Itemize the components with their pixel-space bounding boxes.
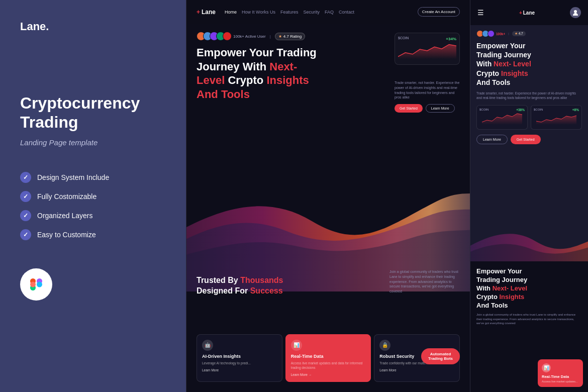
automated-bots-text: AutomatedTrading Bots xyxy=(428,352,453,361)
features-grid: 🤖 AI-Driven Insights Leverage AI technol… xyxy=(197,334,460,382)
divider: | xyxy=(270,34,271,39)
star-icon: ★ xyxy=(515,32,519,35)
mobile-charts: $COIN +38% xyxy=(476,105,582,130)
feature-label: Design System Include xyxy=(37,173,109,181)
figma-icon xyxy=(27,275,45,293)
learn-more-link[interactable]: Learn More xyxy=(202,368,277,372)
check-icon xyxy=(20,172,31,183)
user-avatars xyxy=(197,32,229,41)
security-icon: 🔒 xyxy=(379,340,390,351)
feature-card-realtime: 📊 Real-Time Data Access live market upda… xyxy=(285,334,371,382)
mobile-feature-card: 📊 Real-Time Data Access live market upda… xyxy=(538,359,583,387)
chart-percent: +38% xyxy=(516,108,525,112)
nav-links: Home How It Works Us Features Security F… xyxy=(225,10,414,15)
trusted-title: Trusted By Thousands Designed For Succes… xyxy=(197,275,283,297)
mobile-user-avatars xyxy=(476,30,493,37)
mobile-nav: ☰ + Lane xyxy=(470,0,588,25)
star-icon: ★ xyxy=(278,34,282,39)
list-item: Fully Costomizable xyxy=(20,191,166,202)
hero-title: Empower Your TradingJourney With Next-Le… xyxy=(197,46,317,101)
mobile-get-started-button[interactable]: Get Started xyxy=(511,135,541,144)
nav-link-faq[interactable]: FAQ xyxy=(325,10,334,15)
realtime-icon: 📊 xyxy=(291,340,302,351)
trusted-description: Join a global community of traders who t… xyxy=(389,269,460,294)
svg-point-3 xyxy=(37,281,42,287)
feature-label: Easy to Customize xyxy=(37,231,96,239)
feature-card-ai: 🤖 AI-Driven Insights Leverage AI technol… xyxy=(197,334,282,382)
mobile-second-desc: Join a global community of traders who t… xyxy=(476,313,582,325)
mobile-rating-badge: ★ 4.7 xyxy=(512,31,526,36)
mobile-content: 100k+ | ★ 4.7 Empower YourTrading Journe… xyxy=(470,25,588,154)
figma-logo xyxy=(20,268,52,301)
active-users-badge: 100k+ Active User xyxy=(233,34,266,39)
nav-link-contact[interactable]: Contact xyxy=(339,10,354,15)
main-area: + Lane Home How It Works Us Features Sec… xyxy=(186,0,588,392)
left-panel: Lane. CryptocurrencyTrading Landing Page… xyxy=(0,0,186,392)
hero-badges: 100k+ Active User | ★ 4.7 Rating xyxy=(197,32,460,41)
rating-badge: ★ 4.7 Rating xyxy=(275,33,305,40)
mobile-price-chart xyxy=(479,112,525,125)
learn-more-button[interactable]: Learn More xyxy=(426,104,455,113)
divider: | xyxy=(508,32,509,35)
check-icon xyxy=(20,191,31,202)
trusted-desc: Join a global community of traders who t… xyxy=(389,269,460,294)
automated-bots-badge: AutomatedTrading Bots xyxy=(421,348,460,364)
list-item: Organized Layers xyxy=(20,210,166,221)
mobile-user-avatar[interactable] xyxy=(570,7,581,18)
chart-coin-label: $COIN xyxy=(534,108,543,111)
mobile-buttons: Learn More Get Started xyxy=(476,135,582,144)
realtime-data-icon: 📊 xyxy=(542,363,551,372)
nav-link-home[interactable]: Home xyxy=(225,10,237,15)
hero-section: 100k+ Active User | ★ 4.7 Rating Empower… xyxy=(186,24,470,101)
mobile-price-chart-2 xyxy=(534,112,579,125)
mobile-badges: 100k+ | ★ 4.7 xyxy=(476,30,582,37)
svg-point-5 xyxy=(574,10,577,13)
mobile-hero-title: Empower YourTrading JourneyWith Next- Le… xyxy=(476,41,582,87)
feature-card-desc: Leverage AI technology to predi... xyxy=(202,361,277,365)
get-started-button[interactable]: Get Started xyxy=(395,104,423,113)
mobile-second-section: Empower YourTrading JourneyWith Next- Le… xyxy=(470,261,588,392)
mobile-learn-button[interactable]: Learn More xyxy=(476,135,508,144)
brand-title: Lane. xyxy=(20,20,166,33)
learn-more-link[interactable]: Learn More xyxy=(379,368,454,372)
svg-rect-4 xyxy=(30,281,36,287)
nav-link-security[interactable]: Security xyxy=(303,10,320,15)
list-item: Design System Include xyxy=(20,172,166,183)
user-icon xyxy=(572,10,578,16)
nav-link-how[interactable]: How It Works Us xyxy=(242,10,275,15)
feature-card-desc: Access live market updates and data for … xyxy=(291,361,366,370)
nav-bar: + Lane Home How It Works Us Features Sec… xyxy=(186,0,470,24)
nav-cta-button[interactable]: Create An Account xyxy=(418,7,460,17)
mobile-feature-card-title: Real-Time Data xyxy=(542,374,579,379)
feature-list: Design System Include Fully Costomizable… xyxy=(20,172,166,240)
mobile-logo-dot: + xyxy=(519,10,522,16)
hero-buttons: Get Started Learn More xyxy=(395,104,460,113)
feature-label: Fully Costomizable xyxy=(37,192,96,201)
chart-percent: +8% xyxy=(572,108,579,112)
hamburger-icon[interactable]: ☰ xyxy=(477,9,484,17)
mobile-preview: ☰ + Lane 100k+ | xyxy=(470,0,588,392)
page-subtitle: Landing Page template xyxy=(20,138,166,147)
nav-logo-dot: + xyxy=(197,9,200,16)
mobile-second-title: Empower YourTrading JourneyWith Next- Le… xyxy=(476,267,582,310)
avatar xyxy=(223,32,232,41)
learn-more-link[interactable]: Learn More → xyxy=(291,373,366,376)
chart-coin-label: $COIN xyxy=(479,108,488,111)
check-icon xyxy=(20,210,31,221)
desktop-preview: + Lane Home How It Works Us Features Sec… xyxy=(186,0,470,392)
mobile-chart-1: $COIN +38% xyxy=(476,105,528,130)
mobile-active-users: 100k+ xyxy=(496,32,505,36)
page-category: CryptocurrencyTrading xyxy=(20,93,166,132)
check-icon xyxy=(20,229,31,240)
mobile-chart-2: $COIN +8% xyxy=(531,105,582,130)
mobile-logo: + Lane xyxy=(519,10,535,16)
nav-link-features[interactable]: Features xyxy=(280,10,299,15)
mobile-feature-card-desc: Access live market updates... xyxy=(542,380,579,383)
nav-logo: + Lane xyxy=(197,9,216,16)
trusted-section: Trusted By Thousands Designed For Succes… xyxy=(197,275,283,297)
avatar xyxy=(487,30,495,37)
feature-label: Organized Layers xyxy=(37,212,93,220)
feature-card-title: Real-Time Data xyxy=(291,354,366,359)
feature-card-title: AI-Driven Insights xyxy=(202,354,277,359)
list-item: Easy to Customize xyxy=(20,229,166,240)
